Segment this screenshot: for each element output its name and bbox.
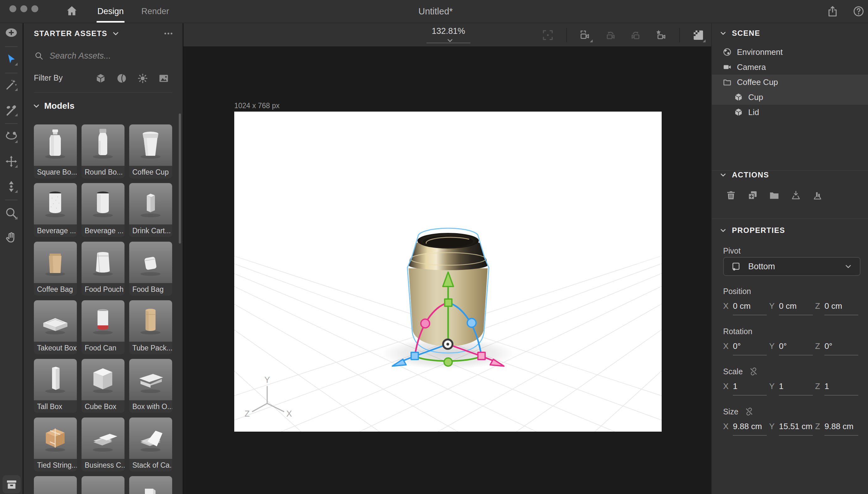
size-z-field[interactable]: Z9.88 cm <box>815 422 861 436</box>
zoom-tool-icon[interactable] <box>4 206 18 220</box>
model-tile-cards[interactable]: Business C... <box>81 418 125 471</box>
filter-materials-icon[interactable] <box>116 73 127 84</box>
add-content-tool-icon[interactable] <box>4 26 18 39</box>
model-tile-coffee-cup[interactable]: Coffee Cup <box>129 125 172 178</box>
scene-item-lid[interactable]: Lid <box>712 105 868 120</box>
axis-value[interactable]: 0° <box>733 341 767 351</box>
rotation-y-field[interactable]: Y0° <box>769 341 815 356</box>
model-tile-cube-box[interactable]: Cube Box <box>81 359 125 413</box>
model-tile-bottle-square[interactable]: Square Bo... <box>34 125 77 178</box>
position-y-field[interactable]: Y0 cm <box>769 301 815 315</box>
orbit-tool-icon[interactable] <box>4 130 18 144</box>
filter-lights-icon[interactable] <box>137 73 148 84</box>
library-icon[interactable] <box>2 475 21 493</box>
tab-design[interactable]: Design <box>94 0 127 23</box>
scrollbar-thumb[interactable] <box>179 113 181 244</box>
scene-item-coffee-cup[interactable]: Coffee Cup <box>712 75 868 90</box>
magic-wand-tool-icon[interactable] <box>4 78 18 92</box>
minimize-window-icon[interactable] <box>20 5 27 12</box>
home-icon[interactable] <box>65 4 79 18</box>
fullscreen-window-icon[interactable] <box>31 5 38 12</box>
zoom-dropdown[interactable]: 132.81% <box>427 26 470 43</box>
sampler-tool-icon[interactable] <box>4 103 18 117</box>
chevron-down-icon[interactable] <box>111 29 120 38</box>
model-tile-pouch[interactable]: Food Pouch <box>81 242 125 296</box>
model-tile-food-can[interactable]: Food Can <box>81 300 125 354</box>
gizmo-scale-z-handle <box>478 352 485 360</box>
model-tile[interactable] <box>34 476 77 494</box>
axis-value[interactable]: 0° <box>779 341 813 351</box>
link-broken-icon[interactable] <box>749 366 758 377</box>
model-tile-parcel[interactable]: Tied String... <box>34 418 77 471</box>
rotation-x-field[interactable]: X0° <box>723 341 769 356</box>
hand-tool-icon[interactable] <box>4 231 18 245</box>
axis-value[interactable]: 1 <box>733 381 767 391</box>
pan-tool-icon[interactable] <box>4 154 18 168</box>
model-tile-carton[interactable]: Drink Cart... <box>129 183 172 237</box>
folder-fill-icon[interactable] <box>769 190 780 201</box>
pivot-dropdown[interactable]: Bottom <box>723 257 861 276</box>
scale-z-field[interactable]: Z1 <box>815 381 861 396</box>
position-z-field[interactable]: Z0 cm <box>815 301 861 315</box>
properties-section-header[interactable]: PROPERTIES <box>719 225 785 235</box>
scene-item-cup[interactable]: Cup <box>712 90 868 105</box>
axis-value[interactable]: 0 cm <box>733 301 767 311</box>
actions-section-header[interactable]: ACTIONS <box>719 170 769 180</box>
search-input[interactable] <box>49 51 172 61</box>
help-icon[interactable] <box>852 5 865 18</box>
filter-images-icon[interactable] <box>158 73 169 84</box>
axis-value[interactable]: 15.51 cm <box>779 422 813 431</box>
size-x-field[interactable]: X9.88 cm <box>723 422 769 436</box>
model-tile-box-lid[interactable]: Box with O... <box>129 359 172 413</box>
filter-models-icon[interactable] <box>95 73 106 84</box>
link-broken-icon[interactable] <box>744 406 754 417</box>
model-tile-stack[interactable]: Stack of Ca... <box>129 418 172 471</box>
chevron-down-icon[interactable] <box>719 29 728 38</box>
tab-render[interactable]: Render <box>138 0 172 23</box>
trash-icon[interactable] <box>725 190 737 201</box>
axis-value[interactable]: 1 <box>825 381 858 391</box>
model-tile-can-speckled[interactable]: Beverage ... <box>34 183 77 237</box>
render-preview-icon[interactable] <box>692 28 705 42</box>
align-bars-icon[interactable] <box>812 190 823 201</box>
duplicate-icon[interactable] <box>747 190 758 201</box>
models-section-header[interactable]: Models <box>32 100 74 112</box>
axis-value[interactable]: 1 <box>779 381 813 391</box>
assets-header[interactable]: STARTER ASSETS <box>34 28 120 39</box>
camera-frame-icon[interactable] <box>579 28 592 42</box>
axis-value[interactable]: 0 cm <box>825 301 858 311</box>
scale-x-field[interactable]: X1 <box>723 381 769 396</box>
chevron-down-icon[interactable] <box>719 171 728 179</box>
axis-value[interactable]: 0° <box>825 341 858 351</box>
chevron-down-icon[interactable] <box>32 101 41 111</box>
model-tile-tube[interactable]: Tube Pack... <box>129 300 172 354</box>
dolly-tool-icon[interactable] <box>4 179 18 193</box>
camera-bookmark-icon[interactable] <box>654 28 667 42</box>
axis-label: X <box>723 422 729 436</box>
select-tool-icon[interactable] <box>4 52 18 66</box>
model-tile-takeout[interactable]: Takeout Box <box>34 300 77 354</box>
model-tile[interactable] <box>129 476 172 494</box>
scene-item-environment[interactable]: Environment <box>712 44 868 60</box>
model-tile-coffee-bag[interactable]: Coffee Bag <box>34 242 77 296</box>
panel-menu-icon[interactable] <box>162 28 175 39</box>
scale-y-field[interactable]: Y1 <box>769 381 815 396</box>
share-icon[interactable] <box>826 5 839 18</box>
size-y-field[interactable]: Y15.51 cm <box>769 422 815 436</box>
axis-value[interactable]: 0 cm <box>779 301 813 311</box>
model-tile-can[interactable]: Beverage ... <box>81 183 125 237</box>
model-tile-food-bag[interactable]: Food Bag <box>129 242 172 296</box>
axis-value[interactable]: 9.88 cm <box>825 422 858 431</box>
model-tile[interactable] <box>81 476 125 494</box>
axis-value[interactable]: 9.88 cm <box>733 422 767 431</box>
close-window-icon[interactable] <box>10 5 16 12</box>
scene-item-camera[interactable]: Camera <box>712 60 868 75</box>
model-tile-bottle-round[interactable]: Round Bo... <box>81 125 125 178</box>
scene-section-header[interactable]: SCENE <box>719 28 760 38</box>
ground-import-icon[interactable] <box>790 190 801 201</box>
chevron-down-icon[interactable] <box>719 226 728 235</box>
rotation-z-field[interactable]: Z0° <box>815 341 861 356</box>
position-x-field[interactable]: X0 cm <box>723 301 769 315</box>
model-tile-tall-box[interactable]: Tall Box <box>34 359 77 413</box>
artboard[interactable]: Y Z X <box>234 112 662 432</box>
